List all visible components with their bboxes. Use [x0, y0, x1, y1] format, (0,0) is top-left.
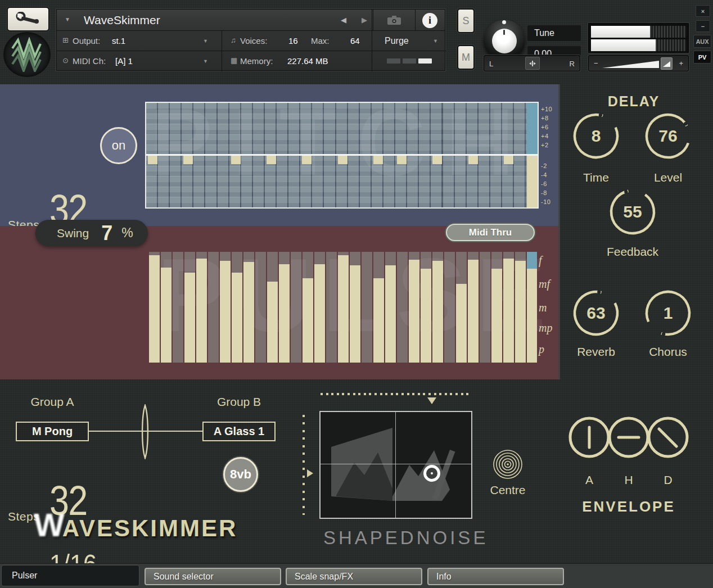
pitch-on-button[interactable]: on: [100, 127, 137, 164]
pan-right-label: R: [570, 60, 575, 68]
close-button[interactable]: ×: [696, 5, 710, 17]
volume-slider[interactable]: − +: [588, 55, 689, 71]
xy-x-marker[interactable]: [427, 397, 436, 404]
knob-value: 55: [607, 187, 658, 237]
xy-pad[interactable]: [319, 411, 472, 519]
waveform-logo-icon: [9, 37, 45, 72]
pitch-scale-tick: -6: [541, 180, 547, 187]
pulse-step-bar[interactable]: [515, 261, 526, 363]
reverb-send-knob[interactable]: 63: [571, 288, 621, 338]
pitch-step-grid[interactable]: PITCH: [145, 102, 539, 209]
tab-info[interactable]: Info: [427, 568, 564, 585]
pulse-step-bar[interactable]: [409, 260, 419, 363]
midi-dropdown-icon[interactable]: ▼: [203, 58, 208, 64]
pitch-step-cell[interactable]: [373, 156, 383, 164]
delay-level-knob[interactable]: 76: [643, 111, 693, 161]
shapednoise-brand: SHAPEDNOISE: [323, 527, 471, 549]
envelope-controls[interactable]: [567, 415, 691, 462]
mute-button[interactable]: M: [457, 45, 475, 70]
pitch-step-cell[interactable]: [231, 156, 241, 164]
group-a-selector[interactable]: M Pong: [16, 422, 89, 441]
knob-value: 76: [643, 111, 693, 161]
tab-scale-snap-fx[interactable]: Scale snap/FX: [286, 568, 422, 585]
pulse-step-bar[interactable]: [161, 268, 172, 363]
midi-value[interactable]: [A] 1: [115, 56, 133, 66]
pitch-step-cell[interactable]: [397, 156, 407, 164]
prev-instrument-icon[interactable]: ◀: [341, 16, 346, 24]
pitch-step-cell[interactable]: [338, 156, 348, 164]
crossfade-handle[interactable]: [139, 404, 151, 462]
target-icon: [493, 449, 523, 480]
delay-feedback-knob[interactable]: 55: [607, 187, 658, 237]
chorus-label: Chorus: [634, 345, 702, 359]
tab-pulser[interactable]: Pulser: [1, 565, 139, 586]
pitch-step-cell[interactable]: [504, 156, 513, 164]
purge-menu[interactable]: Purge ▼: [372, 31, 446, 51]
memory-value: 227.64 MB: [287, 56, 328, 66]
performance-view-button[interactable]: PV: [693, 51, 711, 64]
info-button[interactable]: i: [422, 13, 437, 28]
xy-top-dotted-track[interactable]: [321, 393, 471, 395]
xy-y-marker[interactable]: [307, 469, 313, 477]
pulse-step-bar[interactable]: [350, 265, 360, 363]
pitch-step-cell[interactable]: [302, 156, 312, 164]
pulse-step-bar[interactable]: [232, 273, 242, 363]
pulse-step-bar[interactable]: [149, 255, 160, 363]
xy-left-dotted-track[interactable]: [303, 415, 305, 515]
volume-plus-label: +: [679, 59, 683, 67]
memory-lights: [372, 51, 446, 71]
midi-thru-button[interactable]: Midi Thru: [446, 224, 535, 241]
centre-label: Centre: [482, 483, 533, 497]
octave-8vb-button[interactable]: 8vb: [223, 457, 258, 492]
pan-slider[interactable]: L R: [484, 55, 580, 71]
pulse-step-bar[interactable]: [243, 262, 254, 363]
pulse-step-bar[interactable]: [279, 264, 290, 363]
pan-handle[interactable]: [525, 57, 540, 70]
swing-value[interactable]: 7: [101, 221, 112, 245]
pulse-step-bar[interactable]: [385, 265, 396, 363]
pulse-velocity-grid[interactable]: PULSE: [149, 252, 537, 363]
pulse-step-bar[interactable]: [468, 260, 479, 363]
pitch-step-cell[interactable]: [148, 156, 157, 164]
next-instrument-icon[interactable]: ▶: [362, 16, 367, 24]
tab-sound-selector[interactable]: Sound selector: [145, 568, 281, 585]
group-b-selector[interactable]: A Glass 1: [202, 422, 276, 441]
swing-control[interactable]: Swing 7 %: [35, 220, 148, 246]
output-dropdown-icon[interactable]: ▼: [203, 38, 208, 44]
pulse-step-bar[interactable]: [421, 269, 431, 363]
pulse-step-bar[interactable]: [491, 269, 502, 363]
pulse-step-bar[interactable]: [338, 255, 349, 363]
chorus-send-knob[interactable]: 1: [643, 288, 693, 338]
solo-button[interactable]: S: [457, 8, 475, 33]
envelope-stage-label: D: [651, 473, 685, 487]
pitch-step-cell[interactable]: [432, 156, 442, 164]
pitch-step-cell[interactable]: [468, 156, 478, 164]
output-value[interactable]: st.1: [112, 36, 125, 46]
edit-wrench-button[interactable]: [7, 7, 49, 31]
pulse-step-bar[interactable]: [456, 284, 467, 363]
pulse-step-bar[interactable]: [314, 264, 325, 363]
volume-handle[interactable]: [661, 57, 673, 70]
pitch-scale-tick: -8: [541, 189, 547, 196]
delay-section-title: DELAY: [589, 93, 679, 110]
delay-time-knob[interactable]: 8: [571, 111, 621, 161]
pulse-step-bar[interactable]: [373, 278, 384, 363]
pulse-sequencer-section: Steps 32 Rate 1/16 PULSE fmfmmpp: [0, 226, 558, 379]
pitch-step-cell[interactable]: [267, 156, 276, 164]
pulse-step-bar[interactable]: [503, 259, 514, 363]
centre-button[interactable]: [493, 449, 523, 482]
pulse-step-bar[interactable]: [432, 261, 443, 363]
memory-label: Memory:: [240, 56, 273, 66]
max-value[interactable]: 64: [350, 36, 360, 46]
pitch-step-cell[interactable]: [183, 156, 193, 164]
pulse-step-bar[interactable]: [220, 261, 231, 363]
pulse-step-bar[interactable]: [184, 273, 195, 363]
voices-icon: ♫: [231, 37, 236, 44]
snapshot-camera-button[interactable]: [373, 10, 416, 31]
pulse-step-bar[interactable]: [267, 282, 278, 363]
aux-button[interactable]: AUX: [693, 35, 711, 48]
minimize-button[interactable]: −: [696, 20, 710, 32]
pulse-step-bar[interactable]: [196, 259, 207, 363]
instrument-dropdown-icon[interactable]: ▼: [65, 16, 70, 22]
pulse-step-bar[interactable]: [303, 278, 313, 363]
